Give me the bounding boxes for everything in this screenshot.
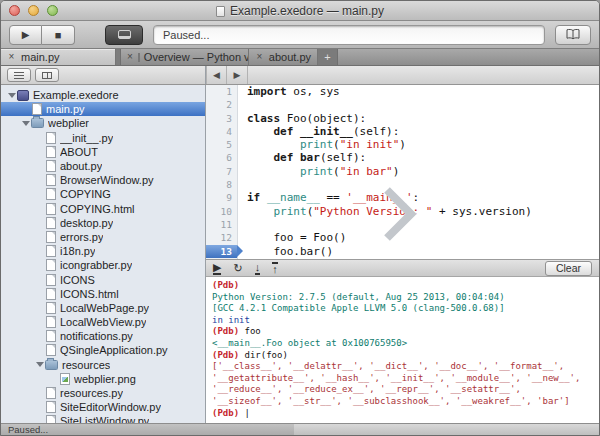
- disclosure-triangle[interactable]: [20, 121, 31, 126]
- run-button[interactable]: ▶: [9, 25, 42, 45]
- stop-icon: ■: [55, 29, 62, 41]
- line-number[interactable]: 13: [206, 245, 237, 258]
- sidebar-columns-view-button[interactable]: [35, 68, 59, 82]
- close-tab-icon[interactable]: ×: [255, 52, 264, 62]
- tree-item-main.py[interactable]: main.py: [1, 102, 205, 116]
- console-panel-icon: [118, 30, 131, 39]
- code-line[interactable]: 4 def __init__(self):: [206, 125, 599, 138]
- code-line[interactable]: 1import os, sys: [206, 85, 599, 98]
- code-line[interactable]: 5 print("in init"): [206, 138, 599, 151]
- tree-item-desktop.py[interactable]: desktop.py: [1, 216, 205, 230]
- file-sidebar[interactable]: Example.exedoremain.pywebplier__init__.p…: [1, 85, 206, 423]
- tree-item-BrowserWindow.py[interactable]: BrowserWindow.py: [1, 173, 205, 187]
- tree-item-__init__.py[interactable]: __init__.py: [1, 131, 205, 145]
- restart-button[interactable]: ↻: [233, 263, 242, 274]
- code-line[interactable]: 7 print("in bar"): [206, 165, 599, 178]
- file-icon: [46, 231, 56, 243]
- console-line: ['__class__', '__delattr__', '__dict__',…: [212, 361, 593, 373]
- debugger-console[interactable]: (Pdb)Python Version: 2.7.5 (default, Aug…: [206, 277, 599, 423]
- console-line: (Pdb) foo: [212, 326, 593, 338]
- tree-item-errors.py[interactable]: errors.py: [1, 230, 205, 244]
- tab-main-py[interactable]: × main.py: [1, 49, 116, 65]
- tree-item-label: COPYING: [60, 188, 111, 200]
- file-icon: [46, 401, 56, 413]
- disclosure-triangle[interactable]: [34, 362, 45, 367]
- tree-item-SiteListWindow.py[interactable]: SiteListWindow.py: [1, 414, 205, 423]
- line-number[interactable]: 11: [206, 218, 237, 231]
- tree-item-label: Example.exedore: [33, 89, 119, 101]
- disclosure-triangle[interactable]: [6, 93, 17, 98]
- tree-item-resources.py[interactable]: resources.py: [1, 386, 205, 400]
- code-line[interactable]: 3class Foo(object):: [206, 112, 599, 125]
- code-editor[interactable]: 1import os, sys23class Foo(object):4 def…: [206, 85, 599, 259]
- tab-overview[interactable]: × Overview — Python v...: [121, 49, 249, 65]
- tree-item-SiteEditorWindow.py[interactable]: SiteEditorWindow.py: [1, 400, 205, 414]
- secondary-toolbar: ◀ ▶: [1, 66, 599, 85]
- tree-item-i18n.py[interactable]: i18n.py: [1, 244, 205, 258]
- sidebar-list-view-button[interactable]: [7, 68, 31, 82]
- line-number[interactable]: 8: [206, 178, 237, 191]
- tree-item-webplier.png[interactable]: webplier.png: [1, 372, 205, 386]
- tree-item-label: errors.py: [60, 231, 103, 243]
- step-out-icon: ↑: [272, 263, 278, 275]
- navigate-forward-button[interactable]: ▶: [227, 66, 248, 84]
- step-out-button[interactable]: ↑: [272, 262, 278, 275]
- code-line[interactable]: 13 foo.bar(): [206, 245, 599, 258]
- tree-item-webplier[interactable]: webplier: [1, 116, 205, 130]
- tree-item-label: SiteEditorWindow.py: [60, 401, 161, 413]
- line-number[interactable]: 1: [206, 85, 237, 98]
- tree-item-label: about.py: [60, 160, 102, 172]
- file-icon: [46, 387, 56, 399]
- documentation-button[interactable]: [555, 25, 591, 45]
- status-bar-text: Paused...: [8, 424, 48, 435]
- clear-console-button[interactable]: Clear: [545, 261, 592, 276]
- code-line[interactable]: 6 def bar(self):: [206, 151, 599, 164]
- zoom-window-button[interactable]: [47, 5, 58, 16]
- tree-item-QSingleApplication.py[interactable]: QSingleApplication.py: [1, 343, 205, 357]
- navigate-back-button[interactable]: ◀: [206, 66, 227, 84]
- add-tab-button[interactable]: +: [318, 49, 338, 65]
- tree-item-label: resources.py: [60, 387, 123, 399]
- tree-item-ICONS[interactable]: ICONS: [1, 272, 205, 286]
- tree-item-icongrabber.py[interactable]: icongrabber.py: [1, 258, 205, 272]
- tree-item-LocalWebView.py[interactable]: LocalWebView.py: [1, 315, 205, 329]
- continue-button[interactable]: ▶: [213, 262, 221, 275]
- close-tab-icon[interactable]: ×: [127, 52, 133, 62]
- line-number[interactable]: 3: [206, 112, 237, 125]
- line-number[interactable]: 2: [206, 98, 237, 111]
- close-tab-icon[interactable]: ×: [7, 52, 16, 62]
- tree-item-LocalWebPage.py[interactable]: LocalWebPage.py: [1, 301, 205, 315]
- tree-item-about.py[interactable]: about.py: [1, 159, 205, 173]
- tree-item-Example.exedore[interactable]: Example.exedore: [1, 88, 205, 102]
- line-number[interactable]: 7: [206, 165, 237, 178]
- step-into-button[interactable]: ↓: [255, 262, 261, 275]
- tree-item-ICONS.html[interactable]: ICONS.html: [1, 287, 205, 301]
- tree-item-ABOUT[interactable]: ABOUT: [1, 145, 205, 159]
- stop-button[interactable]: ■: [42, 25, 75, 45]
- clear-button-label: Clear: [556, 262, 581, 274]
- line-number[interactable]: 10: [206, 205, 237, 218]
- tree-item-COPYING.html[interactable]: COPYING.html: [1, 202, 205, 216]
- tree-item-label: SiteListWindow.py: [60, 415, 149, 423]
- line-number[interactable]: 12: [206, 231, 237, 244]
- tree-item-resources[interactable]: resources: [1, 358, 205, 372]
- line-number[interactable]: 6: [206, 151, 237, 164]
- close-window-button[interactable]: [9, 5, 20, 16]
- debugger-toggle-button[interactable]: [105, 25, 143, 45]
- tree-item-COPYING[interactable]: COPYING: [1, 187, 205, 201]
- tab-about-py[interactable]: × about.py: [249, 49, 318, 65]
- line-number[interactable]: 5: [206, 138, 237, 151]
- tree-item-notifications.py[interactable]: notifications.py: [1, 329, 205, 343]
- minimize-window-button[interactable]: [28, 5, 39, 16]
- file-icon: [46, 132, 56, 144]
- code-line[interactable]: 2: [206, 98, 599, 111]
- line-number[interactable]: 9: [206, 191, 237, 204]
- tree-item-label: notifications.py: [60, 330, 133, 342]
- folder-icon: [31, 118, 44, 128]
- console-output: (Pdb)Python Version: 2.7.5 (default, Aug…: [212, 280, 593, 419]
- window-title: Example.exedore — main.py: [230, 4, 384, 18]
- tree-item-label: LocalWebView.py: [60, 316, 146, 328]
- line-number[interactable]: 4: [206, 125, 237, 138]
- tab-label: about.py: [269, 51, 311, 63]
- file-icon: [46, 302, 56, 314]
